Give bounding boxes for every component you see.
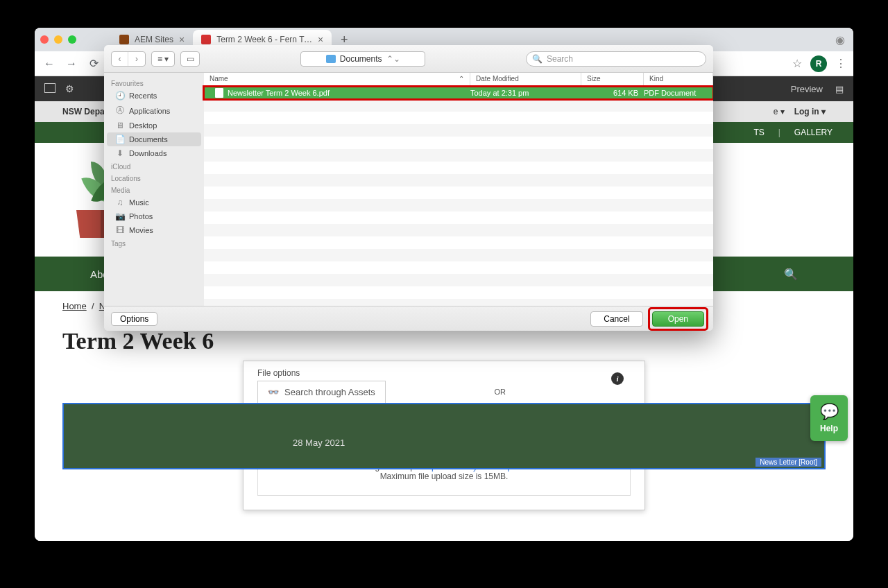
search-assets-button[interactable]: 👓 Search through Assets <box>257 381 386 404</box>
section-icloud: iCloud <box>104 160 204 172</box>
favicon-icon <box>201 35 211 44</box>
reload-button[interactable]: ⟳ <box>86 56 101 71</box>
section-media: Media <box>104 184 204 196</box>
file-open-dialog: ‹ › ≡ ▾ ▭ Documents ⌃⌄ 🔍 Search Favourit… <box>104 45 713 331</box>
login-button[interactable]: Log in ▾ <box>794 107 826 116</box>
nav-gallery[interactable]: GALLERY <box>794 128 832 137</box>
favicon-icon <box>119 35 129 44</box>
section-locations: Locations <box>104 172 204 184</box>
settings-icon[interactable]: ⚙ <box>65 83 74 94</box>
apps-icon: Ⓐ <box>115 105 125 116</box>
col-kind[interactable]: Kind <box>644 73 713 86</box>
col-size[interactable]: Size <box>581 73 644 86</box>
dropdown-1[interactable]: e ▾ <box>774 107 785 116</box>
cancel-button[interactable]: Cancel <box>590 311 642 327</box>
tab-title: AEM Sites <box>135 35 173 44</box>
profile-icon[interactable]: ◉ <box>832 32 848 47</box>
side-panel-icon[interactable] <box>44 83 56 93</box>
sidebar-movies[interactable]: 🎞Movies <box>104 223 204 237</box>
preview-button[interactable]: Preview <box>791 84 823 94</box>
sidebar-photos[interactable]: 📷Photos <box>104 209 204 223</box>
chat-icon: 💬 <box>820 403 839 421</box>
nav-back-button[interactable]: ‹ <box>112 52 128 66</box>
avatar[interactable]: R <box>810 55 827 72</box>
file-dialog-footer: Options Cancel Open <box>104 306 713 331</box>
open-button[interactable]: Open <box>652 311 704 327</box>
or-label: OR <box>495 388 506 396</box>
forward-button[interactable]: → <box>64 56 79 71</box>
close-tab-icon[interactable]: × <box>179 34 185 45</box>
traffic-lights <box>40 35 76 44</box>
sidebar-applications[interactable]: ⒶApplications <box>104 103 204 119</box>
sidebar-music[interactable]: ♫Music <box>104 196 204 209</box>
search-input[interactable]: 🔍 Search <box>526 51 706 67</box>
file-list: Name⌃ Date Modified Size Kind Newsletter… <box>204 73 713 306</box>
info-icon[interactable]: i <box>611 372 624 385</box>
maximize-window-button[interactable] <box>68 35 76 44</box>
open-button-highlight: Open <box>650 309 706 329</box>
page-title: Term 2 Week 6 <box>62 328 826 354</box>
movies-icon: 🎞 <box>115 225 125 235</box>
options-button[interactable]: Options <box>111 312 157 326</box>
view-mode-button[interactable]: ≡ ▾ <box>151 51 175 67</box>
root-label: News Letter [Root] <box>755 458 821 467</box>
help-label: Help <box>820 424 838 433</box>
group-button[interactable]: ▭ <box>180 51 200 67</box>
downloads-icon: ⬇ <box>115 148 125 158</box>
minimize-window-button[interactable] <box>54 35 62 44</box>
sidebar-documents[interactable]: 📄Documents <box>107 132 201 146</box>
photos-icon: 📷 <box>115 211 125 221</box>
file-rows: Newsletter Term 2 Week 6.pdf Today at 2:… <box>204 87 713 306</box>
close-tab-icon[interactable]: × <box>318 34 323 45</box>
file-dialog-sidebar: Favourites 🕘Recents ⒶApplications 🖥Deskt… <box>104 73 204 306</box>
sidebar-downloads[interactable]: ⬇Downloads <box>104 146 204 160</box>
sort-asc-icon: ⌃ <box>459 75 464 84</box>
chevron-updown-icon: ⌃⌄ <box>386 54 400 64</box>
help-widget[interactable]: 💬 Help <box>810 395 848 441</box>
content-box[interactable]: 28 May 2021 News Letter [Root] <box>62 403 826 469</box>
search-icon[interactable]: 🔍 <box>784 268 798 281</box>
content-date: 28 May 2021 <box>293 438 345 448</box>
col-name[interactable]: Name⌃ <box>204 73 470 86</box>
file-row-selected[interactable]: Newsletter Term 2 Week 6.pdf Today at 2:… <box>204 87 713 99</box>
file-dialog-toolbar: ‹ › ≡ ▾ ▭ Documents ⌃⌄ 🔍 Search <box>104 45 713 73</box>
music-icon: ♫ <box>115 198 125 207</box>
crumb-home[interactable]: Home <box>62 301 87 311</box>
tab-title: Term 2 Week 6 - Fern Tree Pu <box>216 35 312 44</box>
binoculars-icon: 👓 <box>268 387 279 397</box>
section-tags: Tags <box>104 237 204 249</box>
clock-icon: 🕘 <box>115 91 125 101</box>
back-button[interactable]: ← <box>42 56 57 71</box>
max-size-text: Maximum file upload size is 15MB. <box>272 472 616 481</box>
folder-icon <box>326 55 336 63</box>
search-icon: 🔍 <box>532 54 543 64</box>
nav-item[interactable]: TS <box>753 128 764 137</box>
nav-forward-button[interactable]: › <box>128 52 145 66</box>
pdf-file-icon <box>215 88 223 98</box>
close-window-button[interactable] <box>40 35 49 44</box>
page-info-icon[interactable]: ▤ <box>835 84 844 94</box>
location-dropdown[interactable]: Documents ⌃⌄ <box>300 51 425 67</box>
desktop-icon: 🖥 <box>115 121 125 130</box>
sidebar-desktop[interactable]: 🖥Desktop <box>104 119 204 132</box>
file-list-header: Name⌃ Date Modified Size Kind <box>204 73 713 87</box>
col-date[interactable]: Date Modified <box>470 73 581 86</box>
sidebar-recents[interactable]: 🕘Recents <box>104 89 204 103</box>
menu-icon[interactable]: ⋮ <box>835 57 846 70</box>
file-options-label: File options <box>257 368 631 378</box>
section-favourites: Favourites <box>104 77 204 89</box>
star-icon[interactable]: ☆ <box>792 57 802 70</box>
documents-icon: 📄 <box>115 135 125 144</box>
